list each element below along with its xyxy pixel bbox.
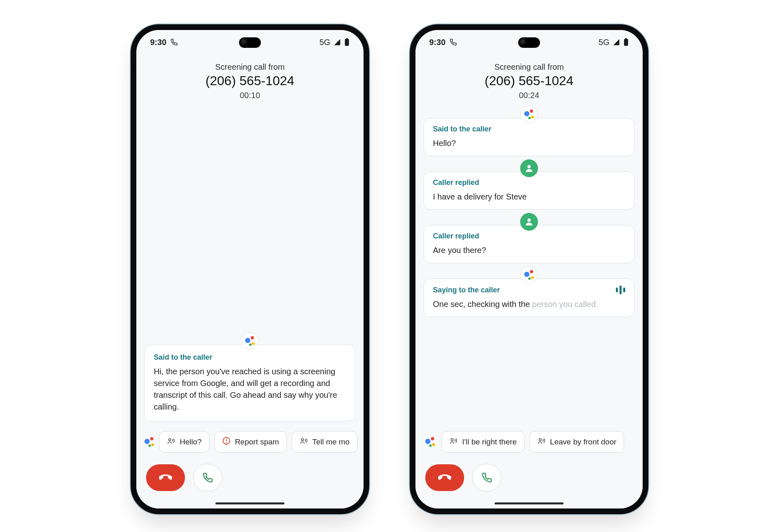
svg-point-9 [527, 165, 531, 168]
bubble-body-plain: One sec, checking with the [433, 300, 532, 309]
transcript-area: Said to the caller Hi, the person you've… [136, 103, 364, 425]
chip-tell-more[interactable]: Tell me mo [292, 431, 357, 453]
bubble-tag-text: Saying to the caller [433, 286, 500, 294]
battery-icon [344, 38, 350, 46]
phone-right: 9:30 5G Screening call from [410, 24, 648, 514]
call-timer: 00:24 [424, 91, 635, 100]
svg-rect-8 [625, 38, 627, 39]
bubble-tag: Said to the caller [154, 353, 346, 362]
chip-leave-door[interactable]: Leave by front door [529, 431, 624, 453]
stage: 9:30 5G Screening call from [0, 0, 779, 532]
assistant-avatar-icon [241, 332, 258, 350]
bubble-body: Hi, the person you've reached is using a… [154, 366, 346, 413]
svg-rect-1 [346, 38, 348, 39]
phone-left: 9:30 5G Screening call from [131, 24, 369, 514]
bubble-body: One sec, checking with the person you ca… [433, 298, 625, 310]
suggestion-row[interactable]: Hello? Report spam Tell me mo [136, 425, 364, 457]
bubble-body: I have a delivery for Steve [433, 191, 625, 203]
network-label: 5G [319, 38, 330, 47]
call-header: Screening call from (206) 565-1024 00:24 [415, 54, 643, 103]
status-time: 9:30 [150, 38, 166, 47]
bubble-tag: Caller replied [433, 178, 625, 187]
call-controls [415, 457, 643, 508]
call-header: Screening call from (206) 565-1024 00:10 [136, 54, 364, 103]
speaking-indicator-icon [616, 285, 625, 294]
header-subtitle: Screening call from [424, 62, 635, 72]
chip-label: Hello? [180, 438, 202, 446]
voice-icon [537, 436, 546, 447]
assistant-avatar-icon [521, 266, 538, 283]
assistant-icon [144, 435, 154, 448]
chip-label: Tell me mo [312, 438, 350, 446]
chip-label: Report spam [235, 438, 279, 446]
svg-point-11 [451, 439, 454, 441]
chip-label: Leave by front door [550, 438, 617, 446]
transcript-bubble: Said to the caller Hi, the person you've… [144, 345, 355, 421]
chip-hello[interactable]: Hello? [159, 431, 209, 453]
svg-point-6 [301, 439, 303, 441]
transcript-bubble: Said to the caller Hello? [424, 118, 635, 156]
transcript-bubble-live: Saying to the caller One sec, checking w… [424, 279, 635, 317]
assistant-icon [424, 435, 437, 448]
camera-cutout [518, 37, 540, 48]
end-call-button[interactable] [146, 464, 185, 491]
signal-icon [334, 39, 341, 46]
caller-avatar-icon [520, 159, 538, 177]
caller-avatar-icon [520, 213, 538, 231]
screen: 9:30 5G Screening call from [136, 30, 364, 508]
svg-point-2 [169, 439, 171, 441]
bubble-body: Are you there? [433, 245, 625, 256]
bubble-body: Hello? [433, 137, 625, 149]
svg-point-12 [539, 439, 541, 441]
ongoing-call-icon [170, 39, 178, 46]
alert-icon [222, 436, 231, 447]
transcript-area[interactable]: Said to the caller Hello? Caller replied… [415, 103, 643, 425]
chip-right-there[interactable]: I'll be right there [441, 431, 525, 453]
camera-cutout [239, 37, 261, 48]
transcript-bubble: Caller replied I have a delivery for Ste… [424, 172, 635, 210]
caller-number: (206) 565-1024 [144, 73, 355, 88]
voice-icon [449, 436, 458, 447]
transcript-bubble: Caller replied Are you there? [424, 225, 635, 263]
chip-report-spam[interactable]: Report spam [214, 431, 287, 453]
status-time: 9:30 [429, 38, 445, 47]
battery-icon [623, 38, 629, 46]
call-timer: 00:10 [144, 91, 355, 100]
svg-rect-7 [624, 39, 628, 46]
svg-point-5 [226, 442, 227, 443]
voice-icon [299, 436, 308, 447]
svg-rect-0 [345, 39, 349, 46]
bubble-tag: Caller replied [433, 232, 625, 240]
bubble-body-fade: person you called. [532, 300, 598, 309]
home-indicator[interactable] [495, 502, 564, 504]
signal-icon [613, 39, 620, 46]
screen: 9:30 5G Screening call from [415, 30, 643, 508]
caller-number: (206) 565-1024 [424, 73, 635, 88]
answer-call-button[interactable] [472, 464, 501, 491]
header-subtitle: Screening call from [144, 62, 355, 72]
network-label: 5G [598, 38, 609, 47]
chip-label: I'll be right there [462, 438, 517, 446]
home-indicator[interactable] [215, 502, 284, 504]
answer-call-button[interactable] [193, 464, 222, 491]
end-call-button[interactable] [425, 464, 464, 491]
bubble-tag: Said to the caller [433, 125, 625, 133]
bubble-tag: Saying to the caller [433, 285, 625, 294]
call-controls [136, 457, 364, 508]
suggestion-row[interactable]: I'll be right there Leave by front door [415, 425, 643, 457]
svg-point-10 [527, 219, 531, 222]
voice-icon [167, 436, 176, 447]
assistant-avatar-icon [521, 106, 538, 123]
ongoing-call-icon [450, 39, 457, 46]
